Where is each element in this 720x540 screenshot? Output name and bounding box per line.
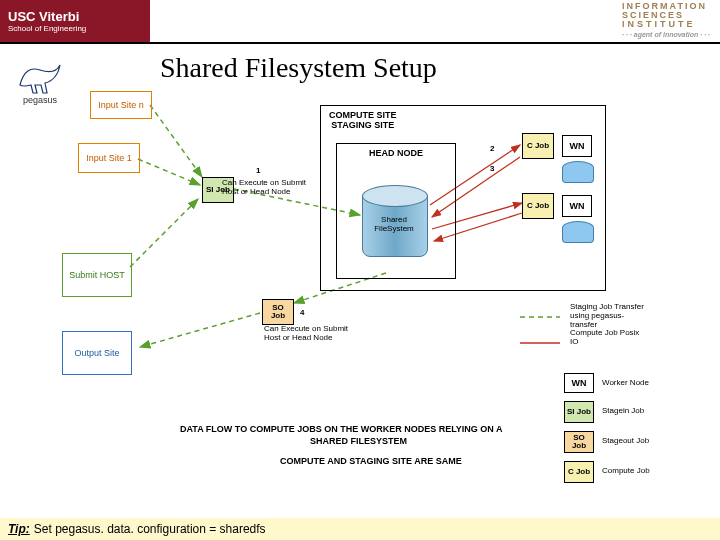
legend-staging: Staging Job Transfer using pegasus- tran…	[570, 303, 690, 347]
tip-text: Set pegasus. data. configuration = share…	[34, 522, 266, 536]
box-input-site-n: Input Site n	[90, 91, 152, 119]
annot-4-text: Can Execute on Submit Host or Head Node	[264, 325, 348, 343]
shared-fs-label: Shared FileSystem	[362, 215, 426, 233]
isi-tagline: · · · agent of innovation · · ·	[622, 31, 710, 38]
legend-si-label: Stagein Job	[602, 407, 644, 416]
wn-2: WN	[562, 195, 592, 217]
usc-subtitle: School of Engineering	[8, 24, 150, 33]
annot-4-num: 4	[300, 309, 304, 318]
wn-1: WN	[562, 135, 592, 157]
header-bar: USC Viterbi School of Engineering INFORM…	[0, 0, 720, 44]
annot-1-text: Can Execute on Submit Host or Head Node	[222, 179, 332, 197]
caption-line-1: DATA FLOW TO COMPUTE JOBS ON THE WORKER …	[180, 425, 503, 435]
legend-si-box: SI Job	[564, 401, 594, 423]
annot-1-num: 1	[256, 167, 260, 176]
legend-wn-box: WN	[564, 373, 594, 393]
annot-2: 2	[490, 145, 494, 154]
box-input-site-1: Input Site 1	[78, 143, 140, 173]
job-c-2: C Job	[522, 193, 554, 219]
tip-label: Tip:	[8, 522, 30, 536]
cylinder-shared-fs: Shared FileSystem	[362, 185, 426, 255]
annot-3: 3	[490, 165, 494, 174]
legend-so-box: SO Job	[564, 431, 594, 453]
job-c-1: C Job	[522, 133, 554, 159]
legend-wn-label: Worker Node	[602, 379, 649, 388]
usc-title: USC Viterbi	[8, 9, 150, 24]
box-submit-host: Submit HOST	[62, 253, 132, 297]
caption-line-2: SHARED FILESYSTEM	[310, 437, 407, 447]
disk-icon-1	[562, 161, 594, 175]
disk-icon-2	[562, 221, 594, 235]
diagram-area: Input Site n Input Site 1 Submit HOST Ou…	[0, 85, 720, 505]
legend-c-box: C Job	[564, 461, 594, 483]
legend-so-label: Stageout Job	[602, 437, 649, 446]
caption-line-3: COMPUTE AND STAGING SITE ARE SAME	[280, 457, 462, 467]
isi-line-3: INSTITUTE	[622, 20, 710, 29]
usc-viterbi-banner: USC Viterbi School of Engineering	[0, 0, 150, 42]
tip-bar: Tip: Set pegasus. data. configuration = …	[0, 518, 720, 540]
box-output-site: Output Site	[62, 331, 132, 375]
isi-logo-text: INFORMATION SCIENCES INSTITUTE · · · age…	[622, 2, 710, 38]
legend-c-label: Compute Job	[602, 467, 650, 476]
page-title: Shared Filesystem Setup	[160, 52, 437, 84]
job-so: SO Job	[262, 299, 294, 325]
